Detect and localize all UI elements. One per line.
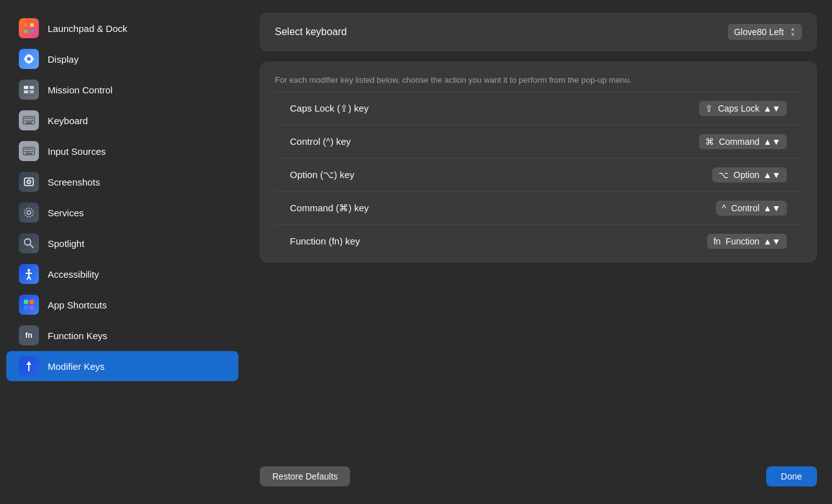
modifier-label-caps-lock: Caps Lock (⇪) key bbox=[290, 103, 369, 114]
svg-rect-18 bbox=[32, 118, 33, 119]
sidebar-item-label-launchpad: Launchpad & Dock bbox=[48, 23, 127, 34]
svg-line-38 bbox=[30, 244, 33, 248]
function-keys-icon: fn bbox=[19, 325, 39, 345]
sidebar-item-accessibility[interactable]: Accessibility bbox=[6, 259, 238, 289]
screenshots-icon bbox=[19, 172, 39, 192]
keyboard-icon bbox=[19, 110, 39, 130]
svg-rect-10 bbox=[24, 86, 28, 89]
svg-rect-15 bbox=[24, 118, 26, 119]
sidebar-item-label-display: Display bbox=[48, 54, 78, 65]
sidebar-item-label-spotlight: Spotlight bbox=[48, 238, 84, 249]
svg-rect-26 bbox=[29, 149, 31, 150]
services-icon bbox=[19, 202, 39, 223]
svg-rect-16 bbox=[27, 118, 29, 119]
modifier-label-control: Control (^) key bbox=[290, 136, 351, 147]
modifier-label-function: Function (fn) key bbox=[290, 236, 360, 246]
modifier-row-control: Control (^) key⌘ Command▲▼ bbox=[275, 125, 802, 158]
launchpad-icon bbox=[19, 18, 39, 38]
modifier-keys-card: For each modifier key listed below, choo… bbox=[260, 61, 817, 263]
modifier-rows-container: Caps Lock (⇪) key⇪ Caps Lock▲▼Control (^… bbox=[275, 92, 802, 258]
sidebar-item-screenshots[interactable]: Screenshots bbox=[6, 167, 238, 197]
sidebar-item-label-keyboard: Keyboard bbox=[48, 115, 88, 126]
sidebar-item-services[interactable]: Services bbox=[6, 197, 238, 228]
info-text: For each modifier key listed below, choo… bbox=[275, 74, 802, 87]
dropdown-chevrons-icon-control: ▲▼ bbox=[763, 137, 781, 147]
svg-rect-27 bbox=[32, 149, 33, 150]
display-icon bbox=[19, 49, 39, 69]
dropdown-chevrons-icon-function: ▲▼ bbox=[763, 236, 781, 246]
done-button[interactable]: Done bbox=[766, 466, 817, 486]
modifier-label-option: Option (⌥) key bbox=[290, 169, 355, 181]
modifier-value-text-caps-lock: Caps Lock bbox=[718, 103, 759, 113]
modifier-value-text-option: Option bbox=[733, 170, 759, 180]
modifier-value-icon-option: ⌥ bbox=[718, 170, 728, 180]
mission-icon bbox=[19, 80, 39, 100]
svg-rect-28 bbox=[24, 151, 26, 152]
sidebar-item-label-modifier-keys: Modifier Keys bbox=[48, 361, 105, 372]
accessibility-icon bbox=[19, 264, 39, 284]
svg-rect-46 bbox=[24, 305, 28, 310]
dropdown-chevrons-icon-command: ▲▼ bbox=[763, 203, 781, 213]
svg-rect-44 bbox=[24, 300, 28, 304]
sidebar-item-function-keys[interactable]: fnFunction Keys bbox=[6, 320, 238, 350]
modifier-dropdown-control[interactable]: ⌘ Command▲▼ bbox=[699, 134, 787, 149]
sidebar-item-modifier-keys[interactable]: Modifier Keys bbox=[6, 351, 238, 381]
sidebar-item-mission[interactable]: Mission Control bbox=[6, 75, 238, 105]
modifier-dropdown-function[interactable]: fn Function▲▼ bbox=[707, 234, 787, 249]
modifier-row-function: Function (fn) keyfn Function▲▼ bbox=[275, 224, 802, 258]
modifier-dropdown-command[interactable]: ^ Control▲▼ bbox=[716, 201, 787, 216]
svg-rect-19 bbox=[24, 120, 26, 122]
svg-rect-31 bbox=[26, 153, 32, 154]
svg-rect-20 bbox=[27, 120, 30, 122]
svg-rect-11 bbox=[29, 86, 34, 89]
modifier-keys-icon bbox=[19, 356, 39, 376]
svg-point-2 bbox=[24, 29, 28, 33]
svg-point-0 bbox=[24, 23, 28, 27]
modifier-value-text-command: Control bbox=[731, 203, 759, 213]
sidebar-item-input-sources[interactable]: Input Sources bbox=[6, 136, 238, 166]
svg-line-43 bbox=[29, 276, 31, 280]
svg-rect-13 bbox=[29, 90, 34, 93]
svg-rect-25 bbox=[27, 149, 29, 150]
select-keyboard-row: Select keyboard Glove80 Left ▲ ▼ bbox=[260, 13, 817, 51]
svg-rect-30 bbox=[31, 151, 33, 152]
modifier-row-command: Command (⌘) key^ Control▲▼ bbox=[275, 191, 802, 224]
svg-point-5 bbox=[27, 57, 31, 61]
bottom-bar: Restore Defaults Done bbox=[260, 456, 817, 491]
modifier-value-icon-caps-lock: ⇪ bbox=[705, 103, 713, 113]
svg-rect-45 bbox=[29, 300, 34, 304]
sidebar-item-launchpad[interactable]: Launchpad & Dock bbox=[6, 13, 238, 43]
input-sources-icon bbox=[19, 141, 39, 161]
sidebar-item-label-services: Services bbox=[48, 207, 84, 218]
keyboard-dropdown-value: Glove80 Left bbox=[734, 27, 784, 37]
modifier-dropdown-caps-lock[interactable]: ⇪ Caps Lock▲▼ bbox=[699, 101, 787, 116]
sidebar-item-label-app-shortcuts: App Shortcuts bbox=[48, 300, 107, 310]
sidebar: Launchpad & Dock Display Mission Control… bbox=[0, 0, 245, 504]
svg-rect-12 bbox=[24, 90, 28, 93]
svg-point-3 bbox=[30, 29, 34, 33]
modifier-value-icon-function: fn bbox=[713, 236, 721, 246]
restore-defaults-button[interactable]: Restore Defaults bbox=[260, 466, 350, 486]
select-keyboard-label: Select keyboard bbox=[275, 26, 347, 38]
sidebar-item-app-shortcuts[interactable]: App Shortcuts bbox=[6, 290, 238, 320]
svg-point-35 bbox=[27, 211, 31, 214]
sidebar-item-display[interactable]: Display bbox=[6, 44, 238, 74]
dropdown-chevrons-icon-caps-lock: ▲▼ bbox=[763, 103, 781, 113]
modifier-row-option: Option (⌥) key⌥ Option▲▼ bbox=[275, 158, 802, 191]
svg-point-39 bbox=[28, 269, 30, 271]
svg-rect-17 bbox=[29, 118, 31, 119]
dropdown-chevrons-icon-option: ▲▼ bbox=[763, 170, 781, 180]
modifier-dropdown-option[interactable]: ⌥ Option▲▼ bbox=[712, 167, 787, 182]
sidebar-item-label-accessibility: Accessibility bbox=[48, 269, 99, 280]
sidebar-item-spotlight[interactable]: Spotlight bbox=[6, 228, 238, 258]
keyboard-dropdown[interactable]: Glove80 Left ▲ ▼ bbox=[728, 24, 802, 40]
sidebar-item-label-input-sources: Input Sources bbox=[48, 146, 106, 157]
modifier-row-caps-lock: Caps Lock (⇪) key⇪ Caps Lock▲▼ bbox=[275, 92, 802, 125]
sidebar-item-label-screenshots: Screenshots bbox=[48, 177, 100, 187]
svg-point-1 bbox=[30, 23, 34, 27]
modifier-label-command: Command (⌘) key bbox=[290, 202, 369, 214]
dropdown-chevrons-icon: ▲ ▼ bbox=[790, 26, 796, 38]
modifier-value-icon-command: ^ bbox=[722, 203, 727, 213]
modifier-value-icon-control: ⌘ bbox=[705, 137, 714, 147]
sidebar-item-keyboard[interactable]: Keyboard bbox=[6, 105, 238, 135]
